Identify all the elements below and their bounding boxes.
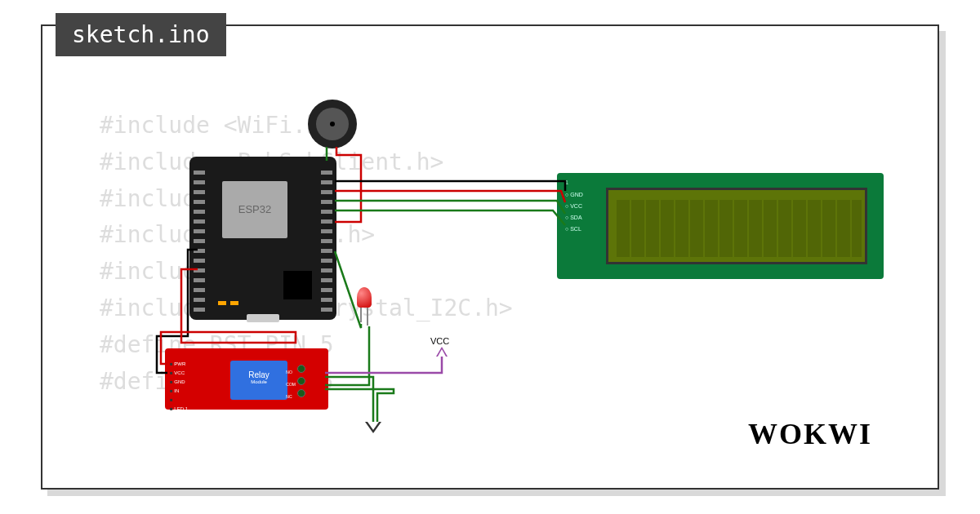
led-component[interactable]	[357, 287, 372, 308]
relay-screw-terminal	[297, 365, 305, 373]
lcd-character-grid	[617, 200, 862, 257]
lcd-pin-label: SCL	[565, 226, 581, 232]
wokwi-logo: WOKWI	[748, 417, 872, 451]
lcd-pin1-label: 1	[565, 179, 568, 185]
lcd-pin-label: SDA	[565, 215, 582, 220]
relay-module[interactable]: PWR VCC GND IN LED 1 Relay Module NO COM…	[165, 348, 328, 410]
relay-pin-label: VCC	[170, 370, 185, 375]
led-legs	[359, 308, 370, 324]
buzzer-hole	[330, 122, 335, 126]
esp32-pins-right	[321, 165, 332, 312]
esp32-status-leds	[218, 301, 226, 305]
buzzer-component[interactable]	[308, 100, 357, 148]
relay-pin-label: LED 1	[170, 406, 188, 411]
esp32-usb-port	[247, 314, 279, 322]
relay-pin-label	[170, 397, 173, 402]
relay-output-terminals	[297, 365, 322, 401]
relay-pin-label: COM	[286, 379, 296, 391]
relay-screw-terminal	[297, 389, 305, 397]
lcd-screen	[606, 188, 867, 264]
relay-pin-label: NO	[286, 366, 296, 379]
esp32-pins-left	[194, 165, 205, 312]
relay-input-pins: PWR VCC GND IN LED 1	[170, 360, 188, 414]
relay-sublabel: Module	[230, 379, 287, 384]
relay-pin-label: IN	[170, 388, 179, 393]
relay-screw-terminal	[297, 377, 305, 385]
lcd-display[interactable]: 1 GND VCC SDA SCL	[557, 173, 884, 279]
relay-block: Relay Module	[230, 361, 287, 400]
esp32-mcu	[283, 271, 312, 299]
vcc-label: VCC	[430, 336, 449, 346]
lcd-pin-label: GND	[565, 192, 583, 197]
lcd-pin-label: VCC	[565, 203, 582, 209]
vcc-symbol-inner	[438, 349, 446, 357]
relay-output-labels: NO COM NC	[286, 366, 296, 403]
gnd-symbol-inner	[368, 422, 379, 430]
project-frame: #include <WiFi.h> #include <PubSubClient…	[41, 24, 939, 490]
lcd-i2c-pins: GND VCC SDA SCL	[565, 189, 583, 235]
esp32-chip: ESP32	[222, 181, 287, 238]
relay-pin-label: PWR	[170, 361, 185, 366]
esp32-board[interactable]: ESP32	[189, 157, 336, 320]
relay-label: Relay	[230, 370, 287, 379]
relay-pin-label: GND	[170, 379, 185, 384]
relay-pin-label: NC	[286, 391, 296, 403]
